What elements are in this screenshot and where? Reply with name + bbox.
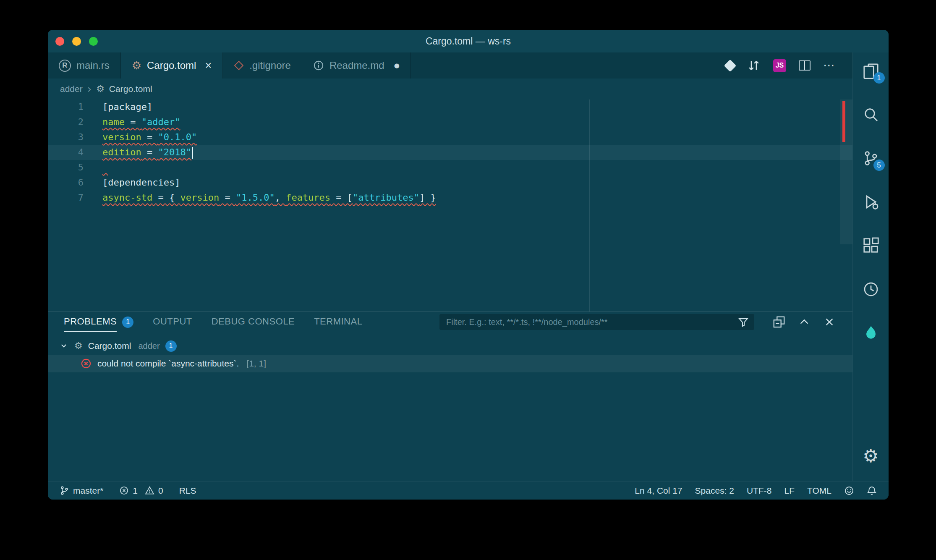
activity-search[interactable] bbox=[853, 93, 889, 136]
code-line[interactable]: 2name = "adder" bbox=[48, 115, 852, 130]
tab-cargo-toml[interactable]: ⚙ Cargo.toml × bbox=[121, 52, 223, 79]
rls-status[interactable]: RLS bbox=[179, 486, 196, 496]
warning-count: 0 bbox=[158, 486, 163, 496]
modified-dot-icon[interactable]: ● bbox=[394, 62, 400, 69]
tab-debug-console[interactable]: DEBUG CONSOLE bbox=[212, 312, 295, 332]
cursor-position-status[interactable]: Ln 4, Col 17 bbox=[635, 486, 682, 496]
more-actions-icon[interactable]: ⋯ bbox=[823, 60, 835, 71]
tab-label: Readme.md bbox=[329, 60, 384, 71]
line-number[interactable]: 6 bbox=[48, 175, 84, 190]
problems-filter bbox=[439, 314, 754, 330]
activity-explorer[interactable]: 1 bbox=[853, 49, 889, 93]
gear-icon: ⚙ bbox=[96, 84, 105, 94]
chevron-right-icon: › bbox=[87, 83, 92, 95]
bottom-panel: PROBLEMS 1 OUTPUT DEBUG CONSOLE TERMINAL bbox=[48, 311, 852, 481]
titlebar[interactable]: Cargo.toml — ws-rs bbox=[48, 30, 889, 52]
rust-icon: R bbox=[59, 60, 71, 72]
maximize-panel-icon[interactable] bbox=[798, 316, 811, 328]
rls-label: RLS bbox=[179, 486, 196, 496]
code-line[interactable]: 5 bbox=[48, 160, 852, 175]
js-extension-icon[interactable]: JS bbox=[773, 59, 786, 72]
error-icon bbox=[81, 358, 92, 369]
open-changes-icon[interactable] bbox=[724, 59, 737, 72]
activity-clock-extension[interactable] bbox=[853, 267, 889, 311]
language-mode-status[interactable]: TOML bbox=[807, 486, 831, 496]
file-problems-badge: 1 bbox=[165, 340, 177, 352]
line-number[interactable]: 3 bbox=[48, 130, 84, 145]
eol-status[interactable]: LF bbox=[784, 486, 795, 496]
filter-icon[interactable] bbox=[737, 316, 749, 328]
breadcrumb[interactable]: adder › ⚙ Cargo.toml bbox=[48, 79, 852, 99]
panel-tab-label: OUTPUT bbox=[153, 312, 192, 332]
code-line[interactable]: 3version = "0.1.0" bbox=[48, 130, 852, 145]
zoom-window-button[interactable] bbox=[89, 37, 98, 46]
encoding-status[interactable]: UTF-8 bbox=[747, 486, 772, 496]
error-count-icon bbox=[119, 486, 129, 495]
split-editor-icon[interactable] bbox=[799, 60, 811, 71]
problems-file-group[interactable]: ⚙ Cargo.toml adder 1 bbox=[48, 337, 852, 355]
bell-icon bbox=[867, 486, 877, 496]
tab-bar: R main.rs ⚙ Cargo.toml × .gitignore bbox=[48, 52, 852, 79]
code-line[interactable]: 6[dependencies] bbox=[48, 175, 852, 190]
problem-file-path: adder bbox=[138, 341, 159, 351]
code-line[interactable]: 1[package] bbox=[48, 99, 852, 115]
line-number[interactable]: 4 bbox=[48, 145, 84, 160]
git-branch-icon bbox=[60, 486, 69, 495]
clock-icon bbox=[863, 281, 879, 298]
editor-actions: JS ⋯ bbox=[726, 52, 852, 79]
close-window-button[interactable] bbox=[55, 37, 64, 46]
feedback-status[interactable] bbox=[844, 486, 854, 496]
notifications-status[interactable] bbox=[867, 486, 877, 496]
problem-file-name: Cargo.toml bbox=[88, 341, 131, 351]
tab-gitignore[interactable]: .gitignore bbox=[223, 52, 302, 79]
activity-flame-extension[interactable] bbox=[853, 311, 889, 355]
minimize-window-button[interactable] bbox=[72, 37, 81, 46]
line-number[interactable]: 1 bbox=[48, 99, 84, 115]
tab-output[interactable]: OUTPUT bbox=[153, 312, 192, 332]
scrollbar-slider[interactable] bbox=[840, 99, 852, 244]
feedback-smiley-icon bbox=[844, 486, 854, 496]
line-number[interactable]: 2 bbox=[48, 115, 84, 130]
breadcrumb-file[interactable]: Cargo.toml bbox=[109, 84, 152, 94]
collapse-all-icon[interactable] bbox=[773, 316, 785, 328]
tab-main-rs[interactable]: R main.rs bbox=[48, 52, 121, 79]
indentation-status[interactable]: Spaces: 2 bbox=[695, 486, 734, 496]
activity-extensions[interactable] bbox=[853, 224, 889, 267]
close-tab-icon[interactable]: × bbox=[205, 60, 212, 71]
panel-actions bbox=[773, 312, 836, 332]
chevron-down-icon bbox=[59, 341, 69, 351]
activity-source-control[interactable]: 5 bbox=[853, 136, 889, 180]
problems-filter-input[interactable] bbox=[439, 317, 737, 327]
editor-scrollbar[interactable] bbox=[840, 99, 852, 311]
problems-count-badge: 1 bbox=[122, 317, 133, 328]
breadcrumb-folder[interactable]: adder bbox=[60, 84, 83, 94]
activity-run-debug[interactable] bbox=[853, 180, 889, 224]
line-number[interactable]: 5 bbox=[48, 160, 84, 175]
tab-readme-md[interactable]: Readme.md ● bbox=[302, 52, 411, 79]
close-panel-icon[interactable] bbox=[823, 316, 836, 328]
activity-settings[interactable]: ⚙ bbox=[853, 443, 889, 468]
code-editor[interactable]: 1[package]2name = "adder"3version = "0.1… bbox=[48, 99, 852, 311]
branch-name: master* bbox=[73, 486, 103, 496]
status-bar: master* 1 0 RLS Ln 4, bbox=[48, 481, 889, 500]
line-number[interactable]: 7 bbox=[48, 190, 84, 205]
code-line[interactable]: 7async-std = { version = "1.5.0", featur… bbox=[48, 190, 852, 205]
gear-icon: ⚙ bbox=[74, 341, 83, 351]
extensions-icon bbox=[863, 237, 879, 254]
run-debug-icon bbox=[863, 194, 879, 210]
tab-terminal[interactable]: TERMINAL bbox=[314, 312, 362, 332]
compare-changes-icon[interactable] bbox=[747, 59, 761, 72]
warning-count-icon bbox=[145, 486, 154, 495]
editor-ruler bbox=[589, 99, 590, 311]
text-cursor bbox=[192, 147, 193, 159]
vscode-window: Cargo.toml — ws-rs R main.rs ⚙ Cargo.tom… bbox=[48, 30, 889, 500]
code-line[interactable]: 4edition = "2018" bbox=[48, 145, 852, 160]
desktop-background: Cargo.toml — ws-rs R main.rs ⚙ Cargo.tom… bbox=[0, 0, 936, 560]
problem-item[interactable]: could not compile `async-attributes`. [1… bbox=[48, 355, 852, 372]
source-control-badge: 5 bbox=[873, 160, 885, 171]
tab-problems[interactable]: PROBLEMS 1 bbox=[64, 312, 133, 332]
problems-status[interactable]: 1 0 bbox=[119, 486, 163, 496]
git-branch-status[interactable]: master* bbox=[60, 486, 103, 496]
tab-label: Cargo.toml bbox=[147, 60, 196, 71]
overview-error-mark bbox=[842, 101, 845, 142]
